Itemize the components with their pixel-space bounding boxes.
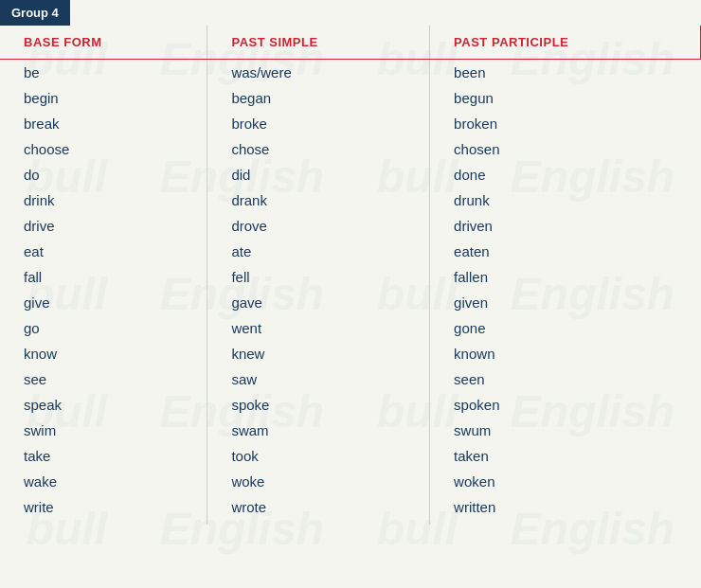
past-participle-cell: been [430,60,701,86]
past-simple-cell: woke [207,469,430,494]
group-header: Group 4 [0,0,70,26]
past-simple-cell: was/were [207,60,430,86]
base-form-cell: do [0,162,207,187]
table-row: breakbrokebroken [0,111,701,136]
col-header-past-participle: PAST PARTICIPLE [430,26,701,60]
base-form-cell: drink [0,187,207,213]
base-form-cell: be [0,60,207,86]
table-row: bewas/werebeen [0,60,701,86]
table-row: writewrotewritten [0,494,701,525]
past-simple-cell: did [207,162,430,187]
past-simple-cell: spoke [207,392,430,418]
past-simple-cell: went [207,315,430,341]
past-simple-cell: drank [207,187,430,213]
base-form-cell: fall [0,264,207,290]
past-participle-cell: known [430,341,701,366]
table-row: speakspokespoken [0,392,701,418]
base-form-cell: eat [0,239,207,264]
base-form-cell: drive [0,213,207,239]
base-form-cell: wake [0,469,207,494]
table-row: beginbeganbegun [0,85,701,111]
past-participle-cell: done [430,162,701,187]
past-simple-cell: ate [207,239,430,264]
base-form-cell: give [0,290,207,315]
past-participle-cell: driven [430,213,701,239]
table-row: fallfellfallen [0,264,701,290]
base-form-cell: take [0,443,207,469]
past-participle-cell: fallen [430,264,701,290]
base-form-cell: see [0,366,207,392]
past-simple-cell: wrote [207,494,430,525]
table-row: gowentgone [0,315,701,341]
past-simple-cell: drove [207,213,430,239]
past-participle-cell: broken [430,111,701,136]
table-row: givegavegiven [0,290,701,315]
col-header-base: BASE FORM [0,26,207,60]
past-participle-cell: written [430,494,701,525]
past-participle-cell: given [430,290,701,315]
table-row: knowknewknown [0,341,701,366]
past-simple-cell: saw [207,366,430,392]
past-simple-cell: chose [207,136,430,162]
base-form-cell: swim [0,418,207,443]
base-form-cell: speak [0,392,207,418]
table-row: seesawseen [0,366,701,392]
past-participle-cell: seen [430,366,701,392]
base-form-cell: know [0,341,207,366]
table-container: BASE FORM PAST SIMPLE PAST PARTICIPLE be… [0,26,701,525]
past-participle-cell: chosen [430,136,701,162]
past-participle-cell: taken [430,443,701,469]
table-row: wakewokewoken [0,469,701,494]
past-simple-cell: gave [207,290,430,315]
past-participle-cell: swum [430,418,701,443]
table-row: dodiddone [0,162,701,187]
base-form-cell: go [0,315,207,341]
past-participle-cell: woken [430,469,701,494]
past-participle-cell: eaten [430,239,701,264]
table-row: taketooktaken [0,443,701,469]
base-form-cell: begin [0,85,207,111]
past-simple-cell: knew [207,341,430,366]
past-participle-cell: drunk [430,187,701,213]
table-row: choosechosechosen [0,136,701,162]
base-form-cell: break [0,111,207,136]
past-participle-cell: gone [430,315,701,341]
base-form-cell: write [0,494,207,525]
irregular-verbs-table: BASE FORM PAST SIMPLE PAST PARTICIPLE be… [0,26,701,525]
past-simple-cell: took [207,443,430,469]
table-row: swimswamswum [0,418,701,443]
past-simple-cell: fell [207,264,430,290]
table-row: drivedrovedriven [0,213,701,239]
table-row: eatateeaten [0,239,701,264]
past-simple-cell: began [207,85,430,111]
past-participle-cell: begun [430,85,701,111]
table-row: drinkdrankdrunk [0,187,701,213]
past-simple-cell: broke [207,111,430,136]
col-header-past-simple: PAST SIMPLE [207,26,430,60]
past-participle-cell: spoken [430,392,701,418]
past-simple-cell: swam [207,418,430,443]
base-form-cell: choose [0,136,207,162]
